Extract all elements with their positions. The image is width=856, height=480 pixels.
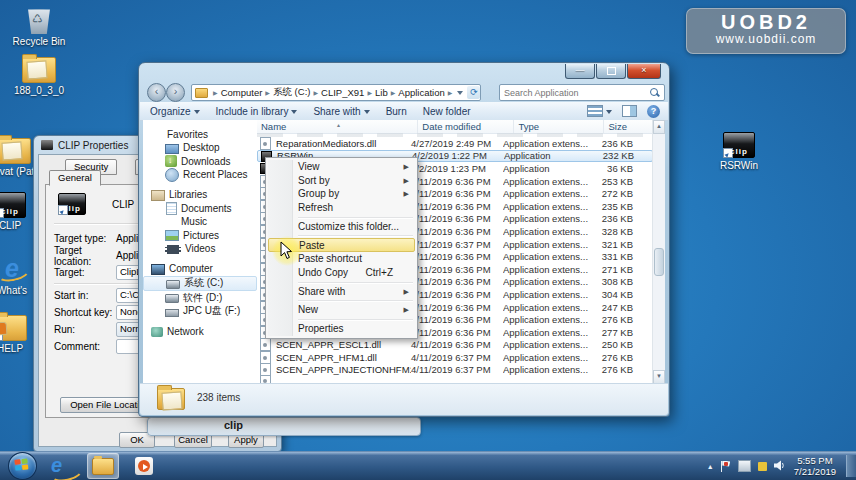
search-input[interactable] — [500, 88, 650, 98]
volume-icon[interactable] — [774, 457, 786, 475]
desktop-icon-rsrwin[interactable]: RSRWin — [706, 132, 772, 171]
breadcrumb-chevron-icon[interactable]: ▶ — [313, 89, 318, 96]
show-hidden-icons-icon[interactable]: ▲ — [707, 463, 714, 470]
address-bar[interactable]: ▶Computer▶系统 (C:)▶CLIP_X91▶Lib▶Applicati… — [191, 84, 481, 101]
sidebar-group-network[interactable]: Network — [143, 324, 257, 338]
menu-item-customize-this-folder[interactable]: Customize this folder... — [268, 220, 415, 234]
column-header-name[interactable]: Name▴ — [257, 120, 418, 133]
shortcut-arrow-icon — [58, 205, 68, 215]
sidebar-group-computer[interactable]: Computer — [143, 262, 257, 276]
file-type: Application extens... — [503, 352, 589, 363]
menu-item-new[interactable]: New▶ — [268, 303, 415, 317]
close-button[interactable]: × — [627, 64, 661, 79]
file-row[interactable]: SCEN_APPR_ESCL1.dll4/11/2019 6:36 PMAppl… — [257, 339, 653, 352]
menu-item-refresh[interactable]: Refresh — [268, 201, 415, 215]
file-date: 4/11/2019 6:36 PM — [411, 213, 503, 224]
breadcrumb-item-application[interactable]: Application — [398, 87, 444, 98]
tab-general[interactable]: General — [49, 170, 101, 186]
search-icon[interactable] — [650, 88, 660, 98]
breadcrumb-chevron-icon[interactable]: ▶ — [213, 89, 218, 96]
help-icon[interactable]: ? — [647, 105, 660, 118]
sidebar-item-pictures[interactable]: Pictures — [143, 229, 257, 243]
scroll-up-icon[interactable]: ▲ — [653, 120, 665, 134]
breadcrumb-chevron-icon[interactable]: ▶ — [448, 89, 453, 96]
desktop-icon-recycle-bin[interactable]: Recycle Bin — [4, 4, 74, 47]
breadcrumb-chevron-icon[interactable]: ▶ — [391, 89, 396, 96]
menu-item-group-by[interactable]: Group by▶ — [268, 187, 415, 201]
search-box[interactable] — [499, 84, 665, 101]
sidebar-item-videos[interactable]: Videos — [143, 242, 257, 256]
breadcrumb-item-clip-x91[interactable]: CLIP_X91 — [321, 87, 364, 98]
sidebar-item-c[interactable]: 系统 (C:) — [143, 276, 257, 292]
breadcrumb-item-computer[interactable]: Computer — [221, 87, 263, 98]
input-language-icon[interactable] — [758, 462, 767, 471]
menu-item-undo-copy[interactable]: Undo CopyCtrl+Z — [268, 266, 415, 280]
sidebar-item-downloads[interactable]: Downloads — [143, 155, 257, 169]
sidebar-item-jpc-u-f[interactable]: JPC U盘 (F:) — [143, 305, 257, 319]
background-window-clip[interactable]: clip — [147, 417, 421, 436]
file-row[interactable]: SCEN_APPR_HFM1.dll4/11/2019 6:37 PMAppli… — [257, 351, 653, 364]
start-button[interactable] — [8, 452, 37, 480]
minimize-button[interactable]: — — [565, 64, 595, 79]
sidebar-item-d[interactable]: 软件 (D:) — [143, 291, 257, 305]
file-row[interactable]: ReparationMediators.dll4/27/2019 2:49 PM… — [257, 137, 653, 150]
menu-item-sort-by[interactable]: Sort by▶ — [268, 174, 415, 188]
toolbar-button-burn[interactable]: Burn — [386, 106, 407, 117]
toolbar-button-new-folder[interactable]: New folder — [423, 106, 471, 117]
toolbar-button-organize[interactable]: Organize — [150, 106, 200, 117]
file-date: 4/2/2019 1:22 PM — [412, 150, 504, 161]
menu-item-share-with[interactable]: Share with▶ — [268, 285, 415, 299]
column-header-type[interactable]: Type — [514, 120, 604, 133]
file-type: Application — [503, 163, 589, 174]
scrollbar-thumb[interactable] — [654, 248, 664, 276]
menu-item-properties[interactable]: Properties — [268, 322, 415, 336]
file-size: 236 KB — [589, 213, 637, 224]
network-icon[interactable] — [738, 460, 751, 472]
sidebar-item-desktop[interactable]: Desktop — [143, 141, 257, 155]
show-desktop-button[interactable] — [846, 455, 856, 477]
file-type: Application extens... — [503, 176, 589, 187]
file-size: 250 KB — [589, 339, 637, 350]
address-dropdown-icon[interactable] — [457, 91, 463, 98]
sidebar-item-recent-places[interactable]: Recent Places — [143, 168, 257, 182]
action-center-flag-icon[interactable] — [721, 461, 731, 472]
clip-app-icon — [723, 132, 755, 158]
drive-icon — [166, 280, 180, 289]
preview-pane-icon[interactable] — [622, 105, 637, 117]
file-date: 4/11/2019 6:36 PM — [411, 226, 503, 237]
scroll-down-icon[interactable]: ▼ — [653, 370, 665, 384]
back-button[interactable]: ‹ — [147, 83, 166, 102]
breadcrumb-chevron-icon[interactable]: ▶ — [265, 89, 270, 96]
sidebar-group-favorites[interactable]: Favorites — [143, 127, 257, 141]
maximize-button[interactable] — [596, 64, 626, 79]
toolbar-button-share-with[interactable]: Share with — [313, 106, 369, 117]
breadcrumb-chevron-icon[interactable]: ▶ — [367, 89, 372, 96]
sidebar-item-music[interactable]: Music — [143, 215, 257, 229]
dll-icon — [260, 351, 271, 364]
change-view-icon[interactable] — [587, 105, 603, 117]
sidebar-item-documents[interactable]: Documents — [143, 202, 257, 216]
file-type: Application extens... — [503, 138, 589, 149]
taskbar-player-button[interactable] — [129, 454, 159, 478]
file-name: SCEN_APPR_INJECTIONHFM1.dll — [276, 364, 411, 375]
file-row[interactable]: SCEN_APPR_INJECTIONHFM1.dll4/11/2019 6:3… — [257, 364, 653, 377]
file-size: 271 KB — [589, 264, 637, 275]
sidebar-group-libraries[interactable]: Libraries — [143, 188, 257, 202]
taskbar-clock[interactable]: 5:55 PM 7/21/2019 — [794, 455, 836, 477]
column-header-size[interactable]: Size — [604, 120, 653, 133]
file-type: Application extens... — [503, 289, 589, 300]
breadcrumb-item-lib[interactable]: Lib — [375, 87, 388, 98]
toolbar-button-label: Burn — [386, 106, 407, 117]
scrollbar[interactable]: ▲ ▼ — [652, 120, 665, 384]
views-dropdown-icon[interactable] — [606, 110, 612, 117]
breadcrumb-item-c[interactable]: 系统 (C:) — [273, 86, 310, 99]
refresh-icon[interactable]: ⟳ — [467, 86, 480, 99]
taskbar-explorer-button[interactable] — [87, 453, 119, 479]
toolbar-button-include-in-library[interactable]: Include in library — [216, 106, 298, 117]
desktop-icon-folder-188[interactable]: 188_0_3_0 — [4, 57, 74, 96]
menu-item-view[interactable]: View▶ — [268, 160, 415, 174]
column-header-date-modified[interactable]: Date modified — [418, 120, 514, 133]
taskbar-ie-button[interactable]: e — [47, 454, 77, 478]
forward-button[interactable]: › — [166, 83, 185, 102]
file-size: 304 KB — [589, 289, 637, 300]
